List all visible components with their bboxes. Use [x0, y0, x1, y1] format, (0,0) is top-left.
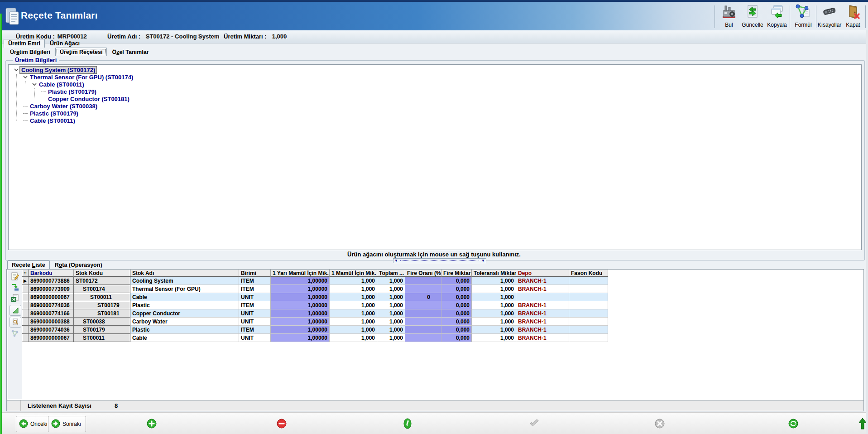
close-button[interactable]: Kapat	[841, 4, 865, 30]
cell-fire_orani[interactable]	[405, 301, 441, 309]
tree-item[interactable]: Copper Conductor (ST00181)	[9, 95, 861, 102]
cell-yari_mamul[interactable]: 1,00000	[271, 285, 330, 293]
cell-fire_miktari[interactable]: 0,000	[441, 334, 472, 342]
cell-fire_orani[interactable]: 0	[405, 293, 441, 301]
cell-depo[interactable]: BRANCH-1	[516, 326, 569, 334]
column-header-stok_adi[interactable]: Stok Adı	[130, 270, 239, 277]
tab-uretim-emri[interactable]: Üretim Emri	[4, 39, 45, 48]
cell-toleransli[interactable]: 1,000	[472, 277, 516, 285]
cell-birimi[interactable]: ITEM	[239, 326, 271, 334]
accept-icon[interactable]	[529, 418, 540, 429]
cell-yari_mamul[interactable]: 1,00000	[271, 293, 330, 301]
cell-fason[interactable]	[569, 277, 608, 285]
tree-item-label[interactable]: Carboy Water (ST00038)	[29, 103, 99, 110]
next-button[interactable]: Sonraki	[48, 416, 86, 432]
tree-expander-icon[interactable]	[22, 73, 29, 81]
grid-row[interactable]: 8690000000388ST00038Carboy WaterUNIT1,00…	[22, 318, 608, 326]
edit-record-icon[interactable]	[402, 418, 413, 429]
cell-fire_miktari[interactable]: 0,000	[441, 293, 472, 301]
cell-stok_adi[interactable]: Cable	[130, 334, 239, 342]
print-preview-icon[interactable]	[10, 317, 21, 328]
cell-fason[interactable]	[569, 318, 608, 326]
tab-uretim-bilgileri[interactable]: Üretim Bilgileri	[5, 48, 55, 56]
cell-fire_orani[interactable]	[405, 334, 441, 342]
cell-toplam[interactable]: 1,000	[377, 326, 405, 334]
cell-mamul[interactable]: 1,000	[330, 285, 377, 293]
column-header-fason[interactable]: Fason Kodu	[569, 270, 608, 277]
add-record-icon[interactable]	[146, 418, 157, 429]
cell-yari_mamul[interactable]: 1,00000	[271, 318, 330, 326]
tab-recete-liste[interactable]: Reçete Liste	[7, 260, 50, 269]
tab-ozel-tanimlar[interactable]: Özel Tanımlar	[107, 48, 153, 56]
cell-birimi[interactable]: UNIT	[239, 334, 271, 342]
cell-fire_miktari[interactable]: 0,000	[441, 301, 472, 309]
find-button[interactable]: Bul	[717, 4, 741, 30]
grid-row[interactable]: 8690000773909ST00174Thermal Sensor (For …	[22, 285, 608, 293]
excel-export-icon[interactable]	[10, 293, 20, 303]
cell-yari_mamul[interactable]: 1,00000	[271, 309, 330, 318]
shortcuts-button[interactable]: Kısayollar	[818, 4, 841, 30]
grid-row[interactable]: 8690000774166ST00181Copper ConductorUNIT…	[22, 309, 608, 318]
goto-record-icon[interactable]	[10, 282, 20, 292]
column-header-depo[interactable]: Depo	[516, 270, 569, 277]
cell-birimi[interactable]: UNIT	[239, 309, 271, 318]
grid-row[interactable]: 8690000000067ST00011CableUNIT1,000001,00…	[22, 334, 608, 342]
cell-toleransli[interactable]: 1,000	[472, 318, 516, 326]
tree-item[interactable]: Plastic (ST00179)	[9, 88, 861, 95]
tree-item-label[interactable]: Cable (ST00011)	[29, 117, 77, 124]
cell-depo[interactable]	[516, 293, 569, 301]
copy-button[interactable]: Kopyala	[765, 4, 789, 30]
cell-toplam[interactable]: 1,000	[377, 309, 405, 318]
cell-toplam[interactable]: 1,000	[377, 301, 405, 309]
cell-toplam[interactable]: 1,000	[377, 293, 405, 301]
cell-toleransli[interactable]: 1,000	[472, 285, 516, 293]
row-selector[interactable]	[22, 285, 29, 293]
cell-yari_mamul[interactable]: 1,00000	[271, 326, 330, 334]
cell-depo[interactable]: BRANCH-1	[516, 318, 569, 326]
cell-toplam[interactable]: 1,000	[377, 285, 405, 293]
tree-item-label[interactable]: Cooling System (ST00172)	[19, 66, 97, 74]
previous-button[interactable]: Önceki	[16, 416, 52, 432]
cell-fire_miktari[interactable]: 0,000	[441, 285, 472, 293]
cell-stok_adi[interactable]: Thermal Sensor (For GPU)	[130, 285, 239, 293]
cell-stok_adi[interactable]: Plastic	[130, 326, 239, 334]
row-selector[interactable]	[22, 318, 29, 326]
cell-stok_adi[interactable]: Carboy Water	[130, 318, 239, 326]
cell-fason[interactable]	[569, 301, 608, 309]
cell-yari_mamul[interactable]: 1,00000	[271, 277, 330, 285]
cell-depo[interactable]: BRANCH-1	[516, 309, 569, 318]
column-header-mamul[interactable]: 1 Mamül İçin Mik.	[330, 270, 377, 277]
cell-toleransli[interactable]: 1,000	[472, 293, 516, 301]
column-header-toleransli[interactable]: Toleranslı Miktar	[472, 270, 516, 277]
delta-chart-icon[interactable]	[10, 305, 21, 316]
column-header-stok_kodu[interactable]: Stok Kodu	[74, 270, 130, 277]
cell-stok_adi[interactable]: Cooling System	[130, 277, 239, 285]
cell-toplam[interactable]: 1,000	[377, 277, 405, 285]
column-header-fire_miktari[interactable]: Fire Miktarı	[441, 270, 472, 277]
cell-stok_adi[interactable]: Cable	[130, 293, 239, 301]
cell-fason[interactable]	[569, 334, 608, 342]
cell-toleransli[interactable]: 1,000	[472, 301, 516, 309]
refresh-icon[interactable]	[788, 418, 799, 429]
recipe-grid[interactable]: ∷BarkoduStok KoduStok AdıBirimi1 Yarı Ma…	[22, 270, 608, 342]
cell-mamul[interactable]: 1,000	[330, 293, 377, 301]
cell-mamul[interactable]: 1,000	[330, 318, 377, 326]
cell-fason[interactable]	[569, 309, 608, 318]
cell-fire_miktari[interactable]: 0,000	[441, 277, 472, 285]
cancel-icon[interactable]	[654, 418, 665, 429]
cell-stok_kodu[interactable]: ST00011	[74, 334, 130, 342]
cell-stok_adi[interactable]: Plastic	[130, 301, 239, 309]
cell-fire_miktari[interactable]: 0,000	[441, 309, 472, 318]
cell-fire_orani[interactable]	[405, 326, 441, 334]
cell-stok_kodu[interactable]: ST00011	[74, 293, 130, 301]
cell-birimi[interactable]: ITEM	[239, 301, 271, 309]
tree-item-label[interactable]: Copper Conductor (ST00181)	[47, 96, 131, 102]
cell-toplam[interactable]: 1,000	[377, 334, 405, 342]
grid-row[interactable]: ▶8690000773886ST00172Cooling SystemITEM1…	[22, 277, 608, 285]
cell-fire_orani[interactable]	[405, 277, 441, 285]
tree-item[interactable]: Plastic (ST00179)	[9, 110, 861, 117]
column-header-toplam[interactable]: Toplam ...	[377, 270, 405, 277]
cell-fire_miktari[interactable]: 0,000	[441, 318, 472, 326]
tab-rota-operasyon[interactable]: Rota (Operasyon)	[50, 260, 107, 269]
tab-urun-agaci[interactable]: Ürün Ağacı	[45, 39, 84, 48]
